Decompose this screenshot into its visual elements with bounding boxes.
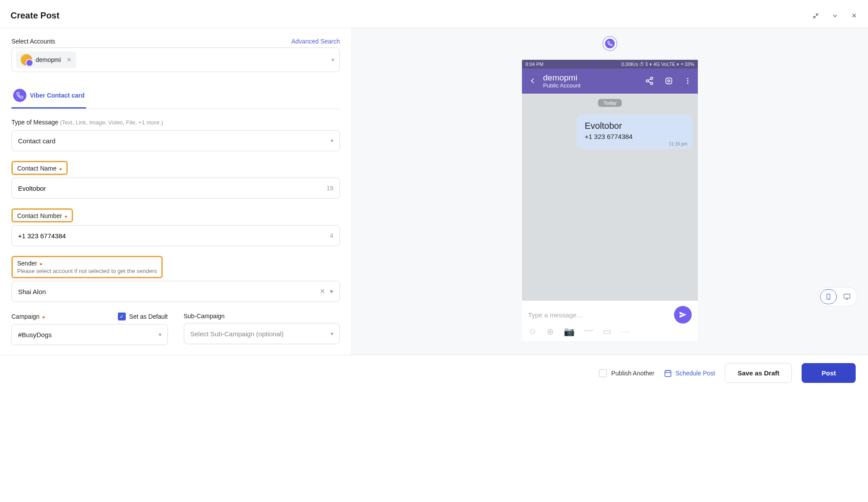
chevron-down-icon[interactable]: ▾ bbox=[332, 57, 334, 63]
sticker-icon[interactable]: ☺ bbox=[528, 326, 537, 337]
checkbox-checked-icon[interactable]: ✓ bbox=[118, 313, 126, 320]
page-title: Create Post bbox=[11, 11, 59, 21]
svg-point-9 bbox=[687, 83, 689, 84]
minimize-icon[interactable] bbox=[812, 12, 819, 19]
account-chip-label: demopmi bbox=[36, 56, 61, 63]
tab-viber-contact-card[interactable]: Viber Contact card bbox=[11, 84, 86, 109]
doodle-icon[interactable]: 〰 bbox=[584, 326, 593, 337]
type-of-message-value: Contact card bbox=[18, 137, 55, 145]
preview-panel: 8:04 PM 0.00K/s ⏱ ⇅ ▮ 4G VoLTE ▮ ▭ 33% d… bbox=[352, 28, 868, 355]
form-panel: Select Accounts Advanced Search demopmi … bbox=[0, 28, 352, 355]
bubble-contact-name: Evoltobor bbox=[585, 121, 685, 131]
viber-icon bbox=[13, 89, 26, 102]
viber-channel-badge bbox=[602, 36, 617, 51]
svg-point-6 bbox=[668, 80, 670, 82]
svg-point-1 bbox=[646, 80, 649, 82]
chevron-down-icon[interactable]: ▾ bbox=[330, 287, 333, 295]
channel-tabs: Viber Contact card bbox=[11, 84, 340, 109]
plus-icon[interactable]: ⊕ bbox=[547, 326, 554, 337]
svg-line-4 bbox=[648, 82, 651, 83]
account-chip: demopmi ✕ bbox=[16, 51, 76, 68]
compose-placeholder[interactable]: Type a message… bbox=[528, 311, 674, 319]
advanced-search-link[interactable]: Advanced Search bbox=[291, 38, 340, 45]
day-pill: Today bbox=[598, 99, 621, 107]
accounts-select[interactable]: demopmi ✕ ▾ bbox=[11, 47, 340, 72]
sender-help: Please select account if not selected to… bbox=[17, 268, 157, 274]
save-draft-button[interactable]: Save as Draft bbox=[725, 363, 792, 383]
remove-account-icon[interactable]: ✕ bbox=[66, 56, 72, 63]
contact-number-count: 4 bbox=[330, 232, 333, 239]
svg-rect-5 bbox=[666, 78, 671, 84]
contact-number-label-highlight: Contact Number ● bbox=[11, 208, 73, 222]
campaign-value: #BusyDogs bbox=[18, 331, 52, 338]
target-icon[interactable] bbox=[664, 76, 673, 85]
sender-controls: ✕ ▾ bbox=[320, 287, 333, 295]
chevron-down-icon: ▾ bbox=[331, 331, 333, 337]
mobile-preview-toggle[interactable] bbox=[820, 289, 837, 304]
campaign-label: Campaign bbox=[11, 313, 40, 320]
phone-preview: 8:04 PM 0.00K/s ⏱ ⇅ ▮ 4G VoLTE ▮ ▭ 33% d… bbox=[522, 60, 698, 341]
main-area: Select Accounts Advanced Search demopmi … bbox=[0, 28, 868, 355]
sender-label-highlight: Sender ● Please select account if not se… bbox=[11, 256, 163, 278]
viber-chat-header: demopmi Public Account bbox=[522, 69, 698, 94]
svg-rect-15 bbox=[665, 371, 671, 377]
preview-account-name: demopmi bbox=[543, 73, 635, 83]
svg-line-3 bbox=[648, 79, 651, 80]
gif-icon[interactable]: ▭ bbox=[603, 326, 611, 337]
svg-rect-12 bbox=[844, 294, 850, 298]
camera-icon[interactable]: 📷 bbox=[564, 326, 575, 337]
tab-label: Viber Contact card bbox=[30, 92, 84, 99]
contact-card-bubble: Evoltobor +1 323 6774384 11:16 pm bbox=[577, 115, 693, 149]
header-controls bbox=[812, 12, 857, 19]
type-of-message-select[interactable]: Contact card ▾ bbox=[11, 130, 340, 151]
more-icon[interactable] bbox=[684, 77, 692, 85]
post-button[interactable]: Post bbox=[802, 363, 856, 383]
back-icon[interactable] bbox=[528, 76, 537, 85]
bubble-time: 11:16 pm bbox=[669, 142, 687, 146]
account-avatar-icon bbox=[21, 54, 32, 65]
clear-sender-icon[interactable]: ✕ bbox=[320, 287, 325, 295]
svg-point-2 bbox=[651, 83, 653, 85]
more-compose-icon[interactable]: ⋯ bbox=[621, 326, 630, 337]
subcampaign-placeholder: Select Sub-Campaign (optional) bbox=[190, 330, 284, 338]
svg-point-0 bbox=[651, 77, 653, 80]
preview-account-type: Public Account bbox=[543, 83, 635, 89]
dialog-header: Create Post bbox=[0, 0, 868, 28]
svg-point-8 bbox=[687, 80, 689, 82]
subcampaign-label: Sub-Campaign bbox=[184, 313, 225, 320]
contact-number-input-wrap: 4 bbox=[11, 225, 340, 246]
compose-area: Type a message… ☺ ⊕ 📷 〰 ▭ ⋯ bbox=[522, 301, 698, 341]
device-toggle bbox=[818, 287, 857, 306]
accounts-label: Select Accounts bbox=[11, 38, 55, 45]
sender-value: Shai Alon bbox=[18, 288, 46, 295]
conversation-area: Today Evoltobor +1 323 6774384 11:16 pm bbox=[522, 94, 698, 301]
send-icon[interactable] bbox=[674, 306, 692, 324]
calendar-icon bbox=[664, 369, 672, 377]
schedule-post-button[interactable]: Schedule Post bbox=[664, 369, 715, 377]
checkbox-unchecked-icon[interactable] bbox=[599, 369, 607, 377]
viber-icon bbox=[605, 39, 615, 48]
type-of-message-hint: (Text, Link, Image, Video, File, +1 more… bbox=[60, 119, 163, 126]
contact-name-input[interactable] bbox=[18, 185, 302, 192]
sender-select[interactable]: Shai Alon ✕ ▾ bbox=[11, 281, 340, 302]
publish-another[interactable]: Publish Another bbox=[599, 369, 654, 377]
desktop-preview-toggle[interactable] bbox=[839, 289, 855, 304]
bubble-contact-number: +1 323 6774384 bbox=[585, 133, 685, 140]
chevron-down-icon: ▾ bbox=[331, 138, 333, 144]
campaign-select[interactable]: #BusyDogs ▾ bbox=[11, 324, 168, 345]
footer: Publish Another Schedule Post Save as Dr… bbox=[0, 355, 868, 391]
phone-statusbar: 8:04 PM 0.00K/s ⏱ ⇅ ▮ 4G VoLTE ▮ ▭ 33% bbox=[522, 60, 698, 69]
close-icon[interactable] bbox=[851, 12, 857, 19]
collapse-icon[interactable] bbox=[832, 12, 839, 19]
contact-name-input-wrap: 19 bbox=[11, 178, 340, 199]
contact-name-count: 19 bbox=[326, 185, 333, 192]
chevron-down-icon: ▾ bbox=[159, 331, 161, 338]
set-as-default[interactable]: ✓ Set as Default bbox=[118, 313, 168, 320]
svg-point-7 bbox=[687, 78, 689, 80]
subcampaign-select[interactable]: Select Sub-Campaign (optional) ▾ bbox=[184, 323, 340, 344]
contact-name-label-highlight: Contact Name ● bbox=[11, 161, 68, 175]
contact-number-input[interactable] bbox=[18, 232, 302, 240]
type-of-message-label: Type of Message (Text, Link, Image, Vide… bbox=[11, 119, 340, 126]
share-icon[interactable] bbox=[645, 76, 654, 85]
